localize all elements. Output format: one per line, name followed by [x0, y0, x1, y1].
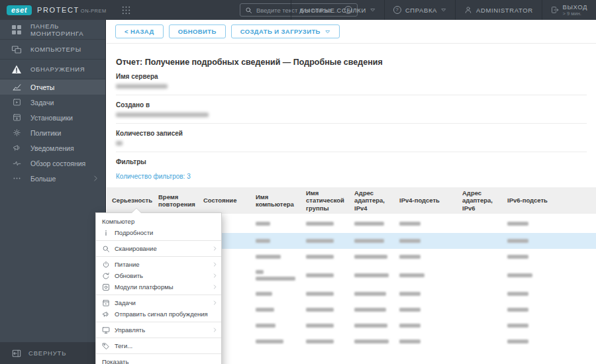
menu-item-wake[interactable]: Отправить сигнал пробуждения	[96, 308, 221, 320]
menu-item-tags[interactable]: Теги...	[96, 340, 221, 351]
sidebar-item-label: КОМПЬЮТЕРЫ	[30, 46, 81, 53]
status-icon	[13, 159, 21, 167]
menu-item-manage[interactable]: Управлять	[96, 324, 221, 336]
redacted-value	[507, 222, 528, 226]
table-cell	[349, 286, 394, 302]
submenu-chevron-icon	[212, 284, 218, 290]
redacted-value	[354, 273, 389, 277]
table-cell	[394, 286, 457, 302]
menu-item-modules[interactable]: Модули платформы	[96, 281, 221, 293]
table-cell	[301, 214, 349, 233]
column-header[interactable]: Имя компьютера	[250, 187, 301, 214]
table-header-row: СерьезностьВремя повторенияСостояниеИмя …	[107, 187, 596, 214]
menu-divider	[96, 256, 221, 257]
table-cell	[301, 265, 349, 286]
column-header[interactable]: Время повторения	[153, 187, 198, 214]
quick-links-menu[interactable]: БЫСТРЫЕ ССЫЛКИ	[291, 0, 384, 20]
table-cell	[394, 334, 457, 349]
scan-icon	[102, 245, 110, 253]
sidebar-item-label: Уведомления	[30, 144, 74, 152]
redacted-value	[256, 292, 272, 296]
sidebar-item-detections[interactable]: ОБНАРУЖЕНИЯ	[0, 60, 105, 79]
filters-count-link[interactable]: Количество фильтров: 3	[116, 173, 191, 180]
logout-timer: > 9 мин.	[563, 11, 587, 17]
collapse-button[interactable]: СВЕРНУТЬ	[0, 342, 105, 364]
page-title: Отчет: Получение подробных сведений — По…	[116, 58, 587, 67]
chevron-down-icon	[370, 7, 375, 13]
menu-item-tasks[interactable]: Задачи	[96, 297, 221, 308]
menu-item-label: Обновить	[115, 272, 143, 279]
column-header[interactable]: Адрес адаптера, IPv4	[349, 187, 394, 214]
redacted-value	[256, 222, 270, 226]
redacted-value	[507, 308, 528, 312]
report-field: Количество записей	[116, 130, 587, 152]
sidebar-item-installers[interactable]: Установщики	[0, 110, 105, 125]
submenu-chevron-icon	[212, 327, 218, 333]
filters-section: Фильтры Количество фильтров: 3	[116, 158, 587, 181]
policies-icon	[13, 128, 21, 137]
table-cell	[250, 249, 301, 265]
table-cell	[301, 334, 349, 349]
table-cell	[349, 233, 394, 249]
redacted-value	[116, 113, 209, 117]
menu-item-power[interactable]: Питание	[96, 259, 221, 270]
help-menu[interactable]: ? СПРАВКА	[384, 0, 455, 20]
menu-item-label: Подробности	[115, 229, 153, 236]
sidebar-item-more[interactable]: Больше	[0, 171, 105, 186]
column-header[interactable]: Адрес адаптера, IPv6	[457, 187, 502, 214]
table-cell	[301, 233, 349, 249]
sidebar-item-notifications[interactable]: Уведомления	[0, 140, 105, 156]
menu-item-scan[interactable]: Сканирование	[96, 243, 221, 254]
logout-button[interactable]: ВЫХОД> 9 мин.	[542, 0, 596, 20]
chevron-down-icon	[441, 7, 446, 13]
menu-item-label: Отправить сигнал пробуждения	[115, 310, 208, 318]
table-cell	[301, 286, 349, 302]
table-cell	[502, 233, 596, 249]
app-grid-icon[interactable]	[121, 5, 131, 15]
submenu-chevron-icon	[212, 300, 218, 306]
sidebar-item-reports[interactable]: Отчеты	[0, 79, 105, 95]
table-cell	[394, 265, 457, 286]
menu-section-header: Показать	[96, 356, 221, 364]
sidebar-item-label: Установщики	[30, 114, 73, 122]
brand: eset PROTECTON-PREM	[7, 0, 131, 20]
refresh-button[interactable]: ОБНОВИТЬ	[169, 24, 226, 38]
column-header[interactable]: Состояние	[198, 187, 250, 214]
menu-item-details[interactable]: Подробности	[96, 227, 221, 238]
redacted-value	[256, 255, 281, 259]
sidebar-item-status-overview[interactable]: Обзор состояния	[0, 156, 105, 171]
table-cell	[349, 302, 394, 318]
column-header[interactable]: IPv6-подсеть	[502, 187, 596, 214]
column-header[interactable]: Имя статической группы	[301, 187, 349, 214]
sidebar-item-tasks[interactable]: Задачи	[0, 95, 105, 110]
table-cell	[457, 214, 502, 233]
redacted-value	[256, 277, 295, 281]
generate-download-button[interactable]: СОЗДАТЬ И ЗАГРУЗИТЬ	[231, 24, 340, 38]
report-field: Создано в	[116, 101, 587, 124]
eset-logo: eset	[7, 5, 32, 15]
detections-icon	[11, 64, 22, 75]
refresh-icon	[102, 272, 110, 280]
redacted-value	[256, 324, 275, 328]
table-cell	[457, 249, 502, 265]
menu-item-label: Модули платформы	[115, 283, 174, 291]
table-cell	[457, 286, 502, 302]
sidebar-item-computers[interactable]: КОМПЬЮТЕРЫ	[0, 40, 105, 60]
table-cell	[349, 265, 394, 286]
redacted-value	[399, 255, 421, 259]
computers-icon	[11, 44, 22, 55]
tags-icon	[102, 342, 110, 350]
column-header[interactable]: Серьезность	[107, 187, 153, 214]
menu-divider	[96, 338, 221, 338]
table-cell	[349, 318, 394, 334]
column-header[interactable]: IPv4-подсеть	[394, 187, 457, 214]
collapse-label: СВЕРНУТЬ	[28, 349, 66, 357]
sidebar-item-policies[interactable]: Политики	[0, 125, 105, 140]
redacted-value	[399, 324, 421, 328]
back-button[interactable]: < НАЗАД	[115, 24, 164, 38]
table-cell	[250, 233, 301, 249]
user-menu[interactable]: ADMINISTRATOR	[455, 0, 542, 20]
table-cell	[457, 233, 502, 249]
sidebar-item-dashboard[interactable]: ПАНЕЛЬ МОНИТОРИНГА	[0, 20, 105, 40]
menu-item-update[interactable]: Обновить	[96, 270, 221, 281]
